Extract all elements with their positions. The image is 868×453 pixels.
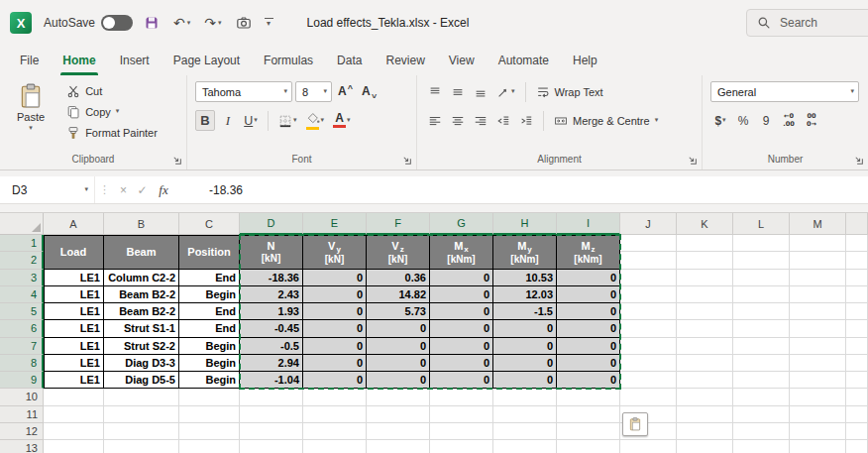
align-middle-button[interactable] <box>448 81 468 102</box>
cell-A5[interactable]: LE1 <box>44 303 104 320</box>
decrease-indent-button[interactable] <box>493 110 513 131</box>
cell-D9[interactable]: -1.04 <box>240 372 303 389</box>
name-box[interactable]: D3▾ <box>0 176 95 203</box>
column-header-F[interactable]: F <box>367 213 430 235</box>
header-cell-beam[interactable]: Beam <box>104 235 179 270</box>
cell-D4[interactable]: 2.43 <box>240 286 303 303</box>
cell-A4[interactable]: LE1 <box>44 286 104 303</box>
header-cell-vz[interactable]: Vz[kN] <box>367 235 430 270</box>
tab-data[interactable]: Data <box>325 46 374 75</box>
cell-D7[interactable]: -0.5 <box>240 338 303 355</box>
orientation-button[interactable]: ▾ <box>493 81 518 102</box>
cell-I7[interactable]: 0 <box>557 338 620 355</box>
number-dialog-launcher[interactable] <box>853 155 864 166</box>
cell-C4[interactable]: Begin <box>179 286 240 303</box>
format-painter-button[interactable]: Format Painter <box>63 123 161 142</box>
cell-E4[interactable]: 0 <box>303 286 367 303</box>
italic-button[interactable]: I <box>218 110 238 131</box>
cell-I9[interactable]: 0 <box>557 372 620 389</box>
cell-D6[interactable]: -0.45 <box>240 320 303 337</box>
cell-G5[interactable]: 0 <box>430 303 493 320</box>
cell-G8[interactable]: 0 <box>430 355 493 372</box>
cell-C3[interactable]: End <box>179 270 240 286</box>
align-center-button[interactable] <box>448 110 468 131</box>
cell-A6[interactable]: LE1 <box>44 320 104 337</box>
row-header-13[interactable]: 13 <box>0 440 44 453</box>
cell-G4[interactable]: 0 <box>430 286 493 303</box>
excel-logo[interactable]: X <box>10 12 32 34</box>
column-header-K[interactable]: K <box>677 213 733 235</box>
row-header-10[interactable]: 10 <box>0 389 44 405</box>
wrap-text-button[interactable]: Wrap Text <box>533 82 606 101</box>
search-input[interactable]: Search <box>746 9 868 37</box>
copy-button[interactable]: Copy▾ <box>63 102 161 121</box>
row-header-5[interactable]: 5 <box>0 303 44 320</box>
number-format-combo[interactable]: General▾ <box>710 81 859 102</box>
row-header-12[interactable]: 12 <box>0 423 44 440</box>
cell-A8[interactable]: LE1 <box>44 355 104 372</box>
cell-C7[interactable]: Begin <box>179 338 240 355</box>
cell-F5[interactable]: 5.73 <box>367 303 430 320</box>
row-header-3[interactable]: 3 <box>0 270 44 286</box>
cell-B8[interactable]: Diag D3-3 <box>104 355 179 372</box>
column-header-J[interactable]: J <box>620 213 677 235</box>
cell-H3[interactable]: 10.53 <box>493 270 557 286</box>
name-box-resize-handle[interactable]: ⋮ <box>99 183 110 196</box>
comma-style-button[interactable]: 9 <box>756 110 776 131</box>
column-header-H[interactable]: H <box>493 213 557 235</box>
column-header-B[interactable]: B <box>104 213 179 235</box>
cell-H4[interactable]: 12.03 <box>493 286 557 303</box>
align-left-button[interactable] <box>425 110 445 131</box>
increase-font-size-button[interactable]: A^ <box>335 81 356 102</box>
cell-E7[interactable]: 0 <box>303 338 367 355</box>
cell-B9[interactable]: Diag D5-5 <box>104 372 179 389</box>
cell-C6[interactable]: End <box>179 320 240 337</box>
cell-F7[interactable]: 0 <box>367 338 430 355</box>
cell-A7[interactable]: LE1 <box>44 338 104 355</box>
undo-button[interactable]: ↶▾ <box>170 12 193 34</box>
customize-quick-access-button[interactable]: ▾ <box>265 18 273 29</box>
cell-C9[interactable]: Begin <box>179 372 240 389</box>
header-cell-position[interactable]: Position <box>179 235 240 270</box>
cell-H5[interactable]: -1.5 <box>493 303 557 320</box>
column-header-E[interactable]: E <box>303 213 367 235</box>
cell-I3[interactable]: 0 <box>557 270 620 286</box>
column-header-M[interactable]: M <box>790 213 846 235</box>
active-cell-D3[interactable]: -18.36 <box>240 270 303 286</box>
cell-A3[interactable]: LE1 <box>44 270 104 286</box>
alignment-dialog-launcher[interactable] <box>687 155 698 166</box>
row-header-9[interactable]: 9 <box>0 372 44 389</box>
cell-B5[interactable]: Beam B2-2 <box>104 303 179 320</box>
cell-G6[interactable]: 0 <box>430 320 493 337</box>
autosave-toggle[interactable] <box>101 15 133 31</box>
header-cell-mx[interactable]: Mx[kNm] <box>430 235 493 270</box>
font-dialog-launcher[interactable] <box>401 155 412 166</box>
cell-E9[interactable]: 0 <box>303 372 367 389</box>
cell-G7[interactable]: 0 <box>430 338 493 355</box>
tab-page-layout[interactable]: Page Layout <box>162 46 252 75</box>
font-color-button[interactable]: A▾ <box>330 110 354 131</box>
increase-indent-button[interactable] <box>516 110 536 131</box>
bold-button[interactable]: B <box>195 110 215 131</box>
cell-F4[interactable]: 14.82 <box>367 286 430 303</box>
header-cell-load[interactable]: Load <box>44 235 104 270</box>
cell-I6[interactable]: 0 <box>557 320 620 337</box>
header-cell-my[interactable]: My[kNm] <box>493 235 557 270</box>
tab-review[interactable]: Review <box>374 46 436 75</box>
cell-H6[interactable]: 0 <box>493 320 557 337</box>
row-header-6[interactable]: 6 <box>0 320 44 337</box>
increase-decimal-button[interactable]: ←0.00 <box>779 110 799 131</box>
cell-H9[interactable]: 0 <box>493 372 557 389</box>
cell-B3[interactable]: Column C2-2 <box>104 270 179 286</box>
row-header-11[interactable]: 11 <box>0 406 44 423</box>
cell-E6[interactable]: 0 <box>303 320 367 337</box>
column-header-G[interactable]: G <box>430 213 493 235</box>
percent-style-button[interactable]: % <box>733 110 753 131</box>
header-cell-vy[interactable]: Vy[kN] <box>303 235 367 270</box>
enter-button[interactable]: ✓ <box>133 183 152 197</box>
select-all-button[interactable] <box>0 213 44 235</box>
cell-I4[interactable]: 0 <box>557 286 620 303</box>
cut-button[interactable]: Cut <box>63 81 161 100</box>
borders-button[interactable]: ▾ <box>275 110 300 131</box>
cell-C8[interactable]: Begin <box>179 355 240 372</box>
